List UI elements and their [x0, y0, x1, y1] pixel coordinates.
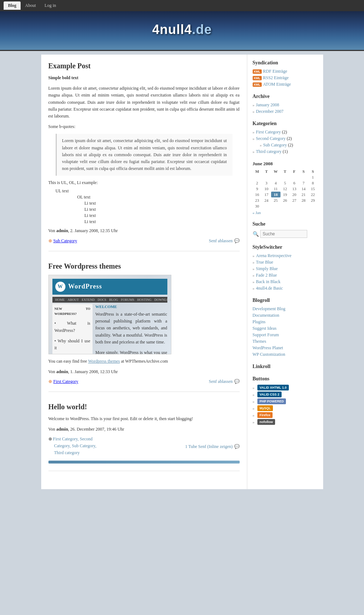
site-name: 4null4 — [152, 22, 192, 37]
kat-second-link[interactable]: Second Category — [256, 136, 286, 141]
blogroll-devblog-link[interactable]: Development Blog — [253, 306, 286, 311]
li-item-4: Li text — [85, 219, 240, 225]
blogroll-suggest: Suggest Ideas — [253, 326, 318, 331]
blogroll-support-link[interactable]: Support Forum — [253, 332, 279, 337]
kat-sub-link[interactable]: Sub Category — [263, 142, 287, 148]
post-example: Example Post Simple bold text Lorem ipsu… — [48, 62, 240, 251]
cal-d6: 6 — [290, 180, 299, 186]
calendar-header-row: M T W T F S S — [253, 168, 318, 174]
cal-d22: 22 — [308, 192, 318, 197]
wp-themes-link[interactable]: Wordpress themes — [88, 359, 120, 364]
cal-empty — [281, 203, 290, 209]
style-fade2blue-link[interactable]: Fade 2 Blue — [256, 273, 277, 278]
post-paragraph-2: You can easy find free Wordpress themes … — [48, 358, 240, 365]
cal-d24: 24 — [262, 197, 271, 203]
blogroll-docs-link[interactable]: Documentation — [253, 313, 279, 318]
header-nav: Blog About Log in — [0, 0, 364, 11]
post-title-1: Example Post — [48, 62, 240, 70]
rdf-link[interactable]: RDF Einträge — [263, 69, 287, 74]
suche-title: Suche — [253, 221, 318, 227]
page-wrapper: Example Post Simple bold text Lorem ipsu… — [0, 51, 364, 615]
wp-nav-hosting: HOSTING — [137, 298, 152, 302]
cal-d2: 2 — [253, 180, 262, 186]
sidebar-kategorien: Kategorien »First Category (2) »Second C… — [253, 121, 318, 154]
post-comment-link-2[interactable]: Senf ablassen — [209, 379, 233, 384]
hw-cat-second[interactable]: Category, Sub Category, — [54, 443, 97, 448]
rss2-item: XMLRSS2 Einträge — [253, 75, 318, 81]
cal-d5: 5 — [281, 180, 290, 186]
post-cat-link-2[interactable]: First Category — [53, 379, 78, 384]
firefox-badge: Firefox — [257, 412, 273, 418]
style-simplyblue-link[interactable]: Simply Blue — [256, 266, 278, 271]
style-trueblue-link[interactable]: True Blue — [256, 260, 273, 265]
cal-th-t: T — [262, 168, 271, 174]
sidebar-buttons: Buttons »VALID XHTML 1.0 »VALID CSS 2 »P… — [253, 376, 318, 425]
post-author-1[interactable]: admin — [56, 228, 68, 233]
kat-sub: »Sub Category (2) — [253, 142, 318, 148]
nav-login[interactable]: Log in — [40, 1, 60, 10]
archive-jan-link[interactable]: January 2008 — [256, 102, 279, 107]
sidebar-calendar: June 2008 M T W T F S S 1 2345678 — [253, 161, 318, 215]
style-4null4basic: »4null4.de Basic — [253, 286, 318, 291]
cal-d12: 12 — [281, 186, 290, 192]
cal-d13: 13 — [290, 186, 299, 192]
cal-d23: 23 — [253, 197, 262, 203]
cal-th-w: W — [271, 168, 281, 174]
style-fade2blue: »Fade 2 Blue — [253, 273, 318, 278]
style-4null4basic-link[interactable]: 4null4.de Basic — [256, 286, 283, 291]
post-category-2: First Category — [48, 379, 78, 384]
nav-blog[interactable]: Blog — [4, 1, 21, 10]
cal-d1: 1 — [308, 174, 318, 180]
badge-php-item: »PHP POWERED — [253, 398, 318, 404]
blogroll-docs: Documentation — [253, 313, 318, 318]
cal-empty — [290, 203, 299, 209]
style-backinblack-link[interactable]: Back in Black — [256, 279, 281, 284]
blogroll-wpcust-link[interactable]: WP Customization — [253, 352, 286, 357]
kat-first-link[interactable]: First Category — [256, 129, 281, 134]
wp-nav-extend: EXTEND — [82, 298, 95, 302]
kat-third-link[interactable]: Third category — [256, 149, 282, 154]
wp-content-area: NEW TO WORDPRESS? • What is WordPress? •… — [52, 304, 167, 354]
cal-empty — [262, 174, 271, 180]
post-author-2[interactable]: admin — [56, 369, 68, 374]
nav-about[interactable]: About — [21, 1, 40, 10]
wp-logo-circle: W — [55, 282, 65, 292]
post-comment-1: Senf ablassen 💬 — [209, 238, 240, 244]
hw-cat-first[interactable]: First Category, Second — [53, 436, 93, 441]
badge-xhtml-item: »VALID XHTML 1.0 — [253, 385, 318, 390]
style-arena-link[interactable]: Arena Retrospective — [256, 253, 291, 258]
post-paragraph-3: Welcome to WordPress. This is your first… — [48, 415, 240, 422]
cal-d20: 20 — [290, 192, 299, 197]
hw-cat-third[interactable]: Third category — [54, 450, 80, 455]
wp-nav-forums: FORUMS — [121, 298, 134, 302]
cal-empty — [262, 203, 271, 209]
post-cat-link-1[interactable]: Sub Category — [53, 238, 77, 244]
archive-dec-link[interactable]: December 2007 — [256, 109, 283, 114]
rss2-link[interactable]: RSS2 Einträge — [263, 75, 289, 80]
blogroll-wpplanet-link[interactable]: WordPress Planet — [253, 345, 283, 350]
cal-empty — [299, 203, 308, 209]
search-input[interactable] — [260, 230, 307, 238]
atom-link[interactable]: ATOM Einträge — [263, 82, 291, 87]
cal-d14: 14 — [299, 186, 308, 192]
blogroll-suggest-link[interactable]: Suggest Ideas — [253, 326, 277, 331]
blogroll-plugins: Plugins — [253, 319, 318, 325]
post-comment-3: 1 Tube Senf (Inline zeigen) 💬 — [185, 444, 239, 449]
cal-d26: 26 — [281, 197, 290, 203]
post-footer-2: First Category Senf ablassen 💬 — [48, 379, 240, 384]
post-comment-link-3[interactable]: 1 Tube Senf (Inline zeigen) — [185, 444, 232, 449]
post-comment-link-1[interactable]: Senf ablassen — [209, 238, 233, 244]
cal-prev-link[interactable]: « Jan — [253, 210, 261, 215]
style-arena: »Arena Retrospective — [253, 253, 318, 259]
blogroll-themes-link[interactable]: Themes — [253, 339, 266, 344]
calendar-body: 1 2345678 9101112131415 16171819202122 2… — [253, 174, 318, 209]
hw-cat-icon: ⊕ — [48, 436, 53, 441]
blogroll-list: Development Blog Documentation Plugins S… — [253, 306, 318, 357]
style-trueblue: »True Blue — [253, 260, 318, 265]
blockquote-text: Lorem ipsum dolor sit amet, consectetur … — [62, 138, 227, 171]
blogroll-plugins-link[interactable]: Plugins — [253, 319, 266, 324]
post-author-3[interactable]: admin — [56, 427, 68, 432]
xhtml-badge: VALID XHTML 1.0 — [257, 385, 289, 390]
wp-nav-blog: BLOG — [109, 298, 118, 302]
cal-d8: 8 — [308, 180, 318, 186]
